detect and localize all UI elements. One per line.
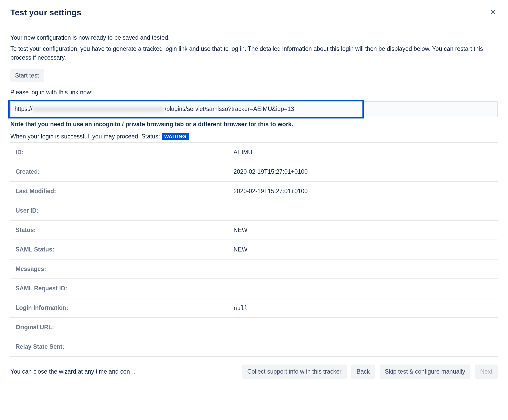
row-label: ID: xyxy=(10,144,234,161)
status-text: When your login is successful, you may p… xyxy=(10,133,162,140)
collect-support-info-button[interactable]: Collect support info with this tracker xyxy=(242,365,347,379)
row-value: NEW xyxy=(234,241,248,258)
table-row: SAML Status:NEW xyxy=(10,240,498,260)
row-value: NEW xyxy=(234,221,248,239)
url-blurred-segment: xxxxxxxxxxxxxxxxxxxxxxxxxxxxxxxxxxxxxxxx… xyxy=(33,106,164,113)
row-value: null xyxy=(234,299,248,317)
dialog-title: Test your settings xyxy=(10,8,81,17)
status-line: When your login is successful, you may p… xyxy=(10,133,498,141)
back-button[interactable]: Back xyxy=(351,365,375,379)
tracked-url-wrapper: https://xxxxxxxxxxxxxxxxxxxxxxxxxxxxxxxx… xyxy=(10,101,498,117)
login-prompt: Please log in with this link now: xyxy=(10,89,498,96)
row-value: 2020-02-19T15:27:01+0100 xyxy=(234,163,308,180)
row-label: Created: xyxy=(10,163,234,180)
skip-test-button[interactable]: Skip test & configure manually xyxy=(380,365,470,379)
row-label: Relay State Sent: xyxy=(10,338,234,355)
table-row: Created:2020-02-19T15:27:01+0100 xyxy=(10,162,498,182)
test-settings-dialog: Test your settings Your new configuratio… xyxy=(0,0,508,384)
start-test-button[interactable]: Start test xyxy=(10,69,44,82)
close-button[interactable] xyxy=(489,7,498,18)
url-prefix: https:// xyxy=(15,106,32,113)
row-label: SAML Status: xyxy=(10,241,234,258)
row-value: 2020-02-19T15:27:01+0100 xyxy=(234,183,308,200)
row-label: SAML Request ID: xyxy=(10,280,234,297)
dialog-header: Test your settings xyxy=(0,0,508,25)
footer-text: You can close the wizard at any time and… xyxy=(10,368,237,375)
table-row: Relay State Sent: xyxy=(10,337,498,357)
tracker-info-table: ID:AEIMUCreated:2020-02-19T15:27:01+0100… xyxy=(10,142,498,357)
tracked-url-field[interactable]: https://xxxxxxxxxxxxxxxxxxxxxxxxxxxxxxxx… xyxy=(10,101,498,117)
dialog-footer: You can close the wizard at any time and… xyxy=(0,357,508,384)
row-label: Messages: xyxy=(10,260,234,278)
status-badge: WAITING xyxy=(162,133,189,140)
intro-line-2: To test your configuration, you have to … xyxy=(10,44,498,62)
next-button[interactable]: Next xyxy=(475,365,498,379)
incognito-note: Note that you need to use an incognito /… xyxy=(10,121,498,128)
table-row: Status:NEW xyxy=(10,221,498,240)
table-row: User ID: xyxy=(10,201,498,221)
row-value: AEIMU xyxy=(234,144,252,161)
table-row: Login Information:null xyxy=(10,298,498,318)
table-row: SAML Request ID: xyxy=(10,279,498,298)
row-label: Last Modified: xyxy=(10,183,234,200)
table-row: Last Modified:2020-02-19T15:27:01+0100 xyxy=(10,182,498,201)
table-row: ID:AEIMU xyxy=(10,143,498,162)
row-label: Status: xyxy=(10,221,234,239)
table-row: Original URL: xyxy=(10,318,498,337)
url-suffix: /plugins/servlet/samlsso?tracker=AEIMU&i… xyxy=(165,106,294,113)
dialog-content: Your new configuration is now ready to b… xyxy=(0,25,508,357)
close-icon xyxy=(490,8,497,17)
row-label: User ID: xyxy=(10,202,234,219)
row-label: Login Information: xyxy=(10,299,234,317)
table-row: Messages: xyxy=(10,260,498,279)
row-label: Original URL: xyxy=(10,319,234,336)
intro-line-1: Your new configuration is now ready to b… xyxy=(10,33,498,42)
